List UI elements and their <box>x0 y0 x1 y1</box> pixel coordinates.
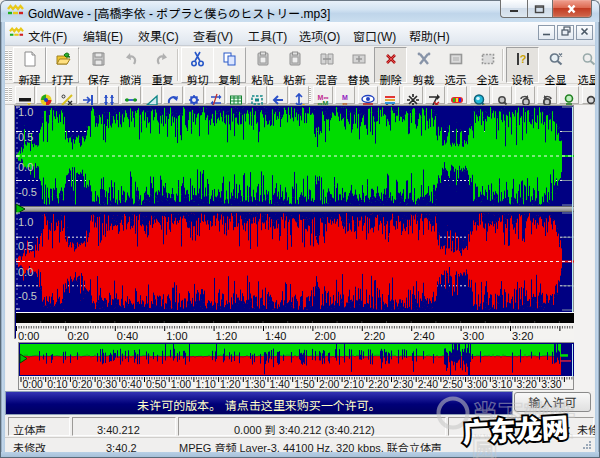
svg-text:0:40: 0:40 <box>121 377 142 390</box>
svg-text:2:40: 2:40 <box>413 327 434 343</box>
svg-text:2:20: 2:20 <box>368 377 389 390</box>
svg-text:3:20: 3:20 <box>517 377 538 390</box>
svg-text:0:00: 0:00 <box>23 377 44 390</box>
svg-text:广东龙网: 广东龙网 <box>461 408 569 451</box>
svg-text:?: ? <box>519 51 526 66</box>
svg-text:1:00: 1:00 <box>171 377 192 390</box>
svg-text:3:00: 3:00 <box>467 377 488 390</box>
svg-text:1:00: 1:00 <box>166 327 187 343</box>
svg-text:1:10: 1:10 <box>195 377 216 390</box>
svg-text:1:50: 1:50 <box>294 377 315 390</box>
svg-text:2:10: 2:10 <box>344 377 365 390</box>
svg-text:1:30: 1:30 <box>245 377 266 390</box>
svg-text:1:40: 1:40 <box>270 377 291 390</box>
svg-text:0:10: 0:10 <box>47 377 68 390</box>
svg-text:2:40: 2:40 <box>418 377 439 390</box>
svg-text:0:30: 0:30 <box>97 377 118 390</box>
svg-text:0:20: 0:20 <box>72 377 93 390</box>
svg-text:2:00: 2:00 <box>319 377 340 390</box>
svg-text:3:10: 3:10 <box>492 377 513 390</box>
svg-text:3:20: 3:20 <box>512 327 533 343</box>
svg-text:3:00: 3:00 <box>463 327 484 343</box>
svg-text:1:20: 1:20 <box>220 377 241 390</box>
svg-text:3:30: 3:30 <box>541 377 562 390</box>
svg-text:2:00: 2:00 <box>314 327 335 343</box>
svg-text:0:00: 0:00 <box>18 327 39 343</box>
svg-text:0:50: 0:50 <box>146 377 167 390</box>
svg-text:0:40: 0:40 <box>117 327 138 343</box>
svg-text:2:30: 2:30 <box>393 377 414 390</box>
svg-text:2:20: 2:20 <box>364 327 385 343</box>
svg-text:1:40: 1:40 <box>265 327 286 343</box>
svg-text:0:20: 0:20 <box>67 327 88 343</box>
svg-text:2:50: 2:50 <box>442 377 463 390</box>
svg-text:1:20: 1:20 <box>216 327 237 343</box>
